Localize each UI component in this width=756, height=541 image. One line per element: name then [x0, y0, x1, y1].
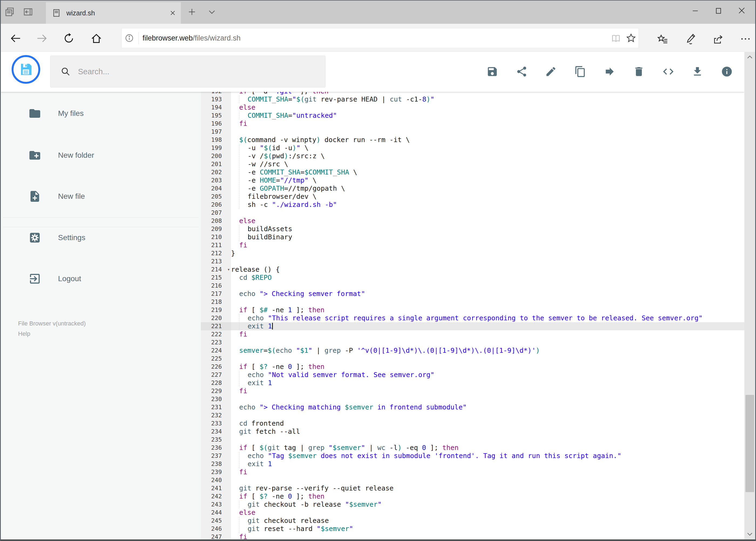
code-line[interactable]: 216 — [201, 282, 744, 290]
code-line[interactable]: 231 echo "> Checking matching $semver in… — [201, 403, 744, 411]
code-text[interactable] — [231, 436, 744, 444]
code-line[interactable]: 222 fi — [201, 330, 744, 338]
code-line[interactable]: 237 echo "Tag $semver does not exist in … — [201, 452, 744, 460]
sidebar-item-new-folder[interactable]: New folder — [1, 142, 201, 169]
code-line[interactable]: 225 — [201, 355, 744, 363]
info-button[interactable] — [719, 64, 735, 79]
code-line[interactable]: 234 git fetch --all — [201, 427, 744, 436]
download-button[interactable] — [690, 64, 705, 79]
fold-arrow-icon[interactable]: ▾ — [227, 266, 230, 273]
code-line[interactable]: 214▾release () { — [201, 266, 744, 273]
scrollbar-thumb[interactable] — [745, 395, 754, 492]
code-line[interactable]: 241 git rev-parse --verify --quiet relea… — [201, 484, 744, 492]
code-text[interactable]: $(command -v winpty) docker run --rm -it… — [231, 136, 744, 144]
code-text[interactable]: semver=$(echo "$1" | grep -P '^v(0|[1-9]… — [231, 346, 744, 355]
code-line[interactable]: 245 git checkout release — [201, 517, 744, 525]
code-line[interactable]: 210 buildBinary — [201, 233, 744, 241]
refresh-button[interactable] — [63, 32, 75, 44]
reading-view-button[interactable] — [609, 31, 624, 46]
code-text[interactable]: if [ $# -ne 1 ]; then — [231, 306, 744, 314]
code-line[interactable]: 229 fi — [201, 387, 744, 395]
code-text[interactable] — [231, 395, 744, 403]
code-editor[interactable]: 192 if [ -d ".git" ]; then193 COMMIT_SHA… — [201, 92, 744, 539]
home-button[interactable] — [91, 32, 102, 44]
code-text[interactable]: buildBinary — [231, 233, 744, 241]
code-text[interactable]: buildAssets — [231, 225, 744, 233]
move-button[interactable] — [602, 64, 618, 79]
code-text[interactable]: if [ $(git tag | grep "$semver" | wc -l)… — [231, 444, 744, 452]
favorites-hub-button[interactable] — [655, 32, 670, 46]
code-line[interactable]: 244 else — [201, 509, 744, 517]
code-text[interactable]: git checkout -b release "$semver" — [231, 500, 744, 509]
set-tabs-aside-button[interactable] — [4, 6, 16, 18]
code-line[interactable]: 226 if [ $? -ne 0 ]; then — [201, 363, 744, 371]
code-line[interactable]: 195 COMMIT_SHA="untracked" — [201, 112, 744, 120]
sidebar-item-settings[interactable]: Settings — [1, 224, 201, 251]
code-line[interactable]: 212} — [201, 249, 744, 258]
code-line[interactable]: 220 echo "This release script requires a… — [201, 314, 744, 322]
code-text[interactable]: git fetch --all — [231, 427, 744, 436]
url-text[interactable]: filebrowser.web/files/wizard.sh — [142, 34, 240, 42]
code-text[interactable]: fi — [231, 330, 744, 338]
code-text[interactable]: -e COMMIT_SHA=$COMMIT_SHA \ — [231, 168, 744, 176]
code-text[interactable]: -u "$(id -u)" \ — [231, 144, 744, 152]
code-text[interactable]: fi — [231, 387, 744, 395]
code-text[interactable]: echo "> Checking semver format" — [231, 290, 744, 298]
new-tab-button[interactable] — [186, 6, 198, 18]
code-line[interactable]: 246 git reset --hard "$semver" — [201, 525, 744, 533]
code-text[interactable] — [231, 298, 744, 306]
code-line[interactable]: 238 exit 1 — [201, 460, 744, 468]
raw-code-button[interactable] — [660, 64, 676, 79]
forward-button[interactable] — [36, 32, 48, 44]
code-line[interactable]: 233 cd frontend — [201, 419, 744, 427]
code-text[interactable]: else — [231, 509, 744, 517]
code-line[interactable]: 211 fi — [201, 241, 744, 249]
code-line[interactable]: 201 -w //src \ — [201, 160, 744, 168]
code-text[interactable]: echo "Not valid semver format. See semve… — [231, 371, 744, 379]
share-page-button[interactable] — [711, 32, 725, 46]
code-text[interactable]: -w //src \ — [231, 160, 744, 168]
page-scrollbar[interactable] — [744, 52, 755, 539]
code-text[interactable]: cd frontend — [231, 419, 744, 427]
code-text[interactable] — [231, 476, 744, 484]
code-line[interactable]: 194 else — [201, 104, 744, 112]
tab-list-button[interactable] — [206, 6, 218, 18]
code-text[interactable] — [231, 128, 744, 136]
code-line[interactable]: 192 if [ -d ".git" ]; then — [201, 92, 744, 95]
code-line[interactable]: 223 — [201, 338, 744, 346]
code-line[interactable]: 239 fi — [201, 468, 744, 476]
browser-menu-button[interactable] — [738, 32, 752, 46]
code-text[interactable]: sh -c "./wizard.sh -b" — [231, 201, 744, 209]
code-line[interactable]: 228 exit 1 — [201, 379, 744, 387]
code-text[interactable] — [231, 355, 744, 363]
code-line[interactable]: 242 if [ $? -ne 0 ]; then — [201, 492, 744, 500]
scroll-down-button[interactable] — [744, 529, 755, 539]
code-text[interactable]: fi — [231, 533, 744, 539]
code-text[interactable]: echo "Tag $semver does not exist in subm… — [231, 452, 744, 460]
code-line[interactable]: 209 buildAssets — [201, 225, 744, 233]
code-text[interactable]: release () { — [231, 266, 744, 273]
code-text[interactable]: cd $REPO — [231, 273, 744, 282]
tab-close-button[interactable] — [167, 7, 179, 19]
code-text[interactable]: filebrowser/dev \ — [231, 193, 744, 201]
code-text[interactable]: } — [231, 249, 744, 258]
code-text[interactable] — [231, 282, 744, 290]
code-text[interactable] — [231, 411, 744, 419]
code-line[interactable]: 213 — [201, 258, 744, 266]
code-line[interactable]: 247 fi — [201, 533, 744, 539]
code-text[interactable]: COMMIT_SHA="$(git rev-parse HEAD | cut -… — [231, 95, 744, 104]
code-line[interactable]: 235 — [201, 436, 744, 444]
code-text[interactable]: git rev-parse --verify --quiet release — [231, 484, 744, 492]
sidebar-item-logout[interactable]: Logout — [1, 265, 201, 292]
code-line[interactable]: 224 semver=$(echo "$1" | grep -P '^v(0|[… — [201, 346, 744, 355]
share-button[interactable] — [514, 64, 530, 79]
code-text[interactable] — [231, 338, 744, 346]
code-line[interactable]: 243 git checkout -b release "$semver" — [201, 500, 744, 509]
code-line[interactable]: 197 — [201, 128, 744, 136]
restore-tabs-button[interactable] — [22, 6, 34, 18]
copy-button[interactable] — [573, 64, 588, 79]
code-line[interactable]: 202 -e COMMIT_SHA=$COMMIT_SHA \ — [201, 168, 744, 176]
code-text[interactable]: exit 1 — [231, 460, 744, 468]
annotate-button[interactable] — [683, 32, 697, 46]
code-line[interactable]: 207 — [201, 209, 744, 217]
